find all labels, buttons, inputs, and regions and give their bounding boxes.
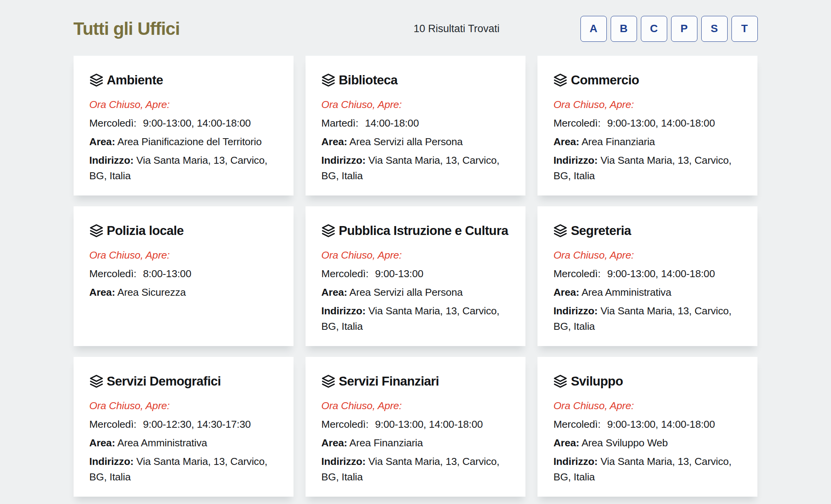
office-hours-row: Mercoledì:9:00-13:00	[321, 266, 510, 281]
office-area: Area Servizi alla Persona	[349, 136, 463, 147]
office-name: Polizia locale	[107, 223, 184, 238]
layers-icon	[89, 73, 103, 87]
office-card[interactable]: Ambiente Ora Chiuso, Apre: Mercoledì:9:0…	[74, 56, 294, 195]
office-status: Ora Chiuso, Apre:	[89, 97, 278, 112]
office-area: Area Servizi alla Persona	[349, 286, 463, 298]
office-day: Mercoledì:	[89, 268, 137, 279]
office-card-header: Polizia locale	[89, 223, 278, 238]
letter-filter-group: ABCPST	[580, 16, 758, 42]
office-hours: 9:00-13:00, 14:00-18:00	[143, 117, 251, 129]
office-card[interactable]: Servizi Finanziari Ora Chiuso, Apre: Mer…	[306, 357, 525, 497]
area-label: Area:	[89, 136, 115, 147]
office-card-header: Servizi Demografici	[89, 374, 278, 389]
office-hours: 14:00-18:00	[365, 117, 419, 129]
office-area-row: Area: Area Sviluppo Web	[553, 435, 742, 451]
office-status: Ora Chiuso, Apre:	[321, 247, 510, 263]
area-label: Area:	[553, 136, 579, 147]
office-address-row: Indirizzo: Via Santa Maria, 13, Carvico,…	[553, 153, 742, 183]
office-status: Ora Chiuso, Apre:	[89, 247, 278, 263]
office-day: Mercoledì:	[89, 418, 137, 430]
letter-filter-button-c[interactable]: C	[641, 16, 667, 42]
office-area-row: Area: Area Servizi alla Persona	[321, 134, 510, 149]
office-day: Mercoledì:	[321, 268, 369, 279]
office-day: Mercoledì:	[553, 268, 601, 279]
office-card[interactable]: Servizi Demografici Ora Chiuso, Apre: Me…	[74, 357, 294, 497]
office-name: Commercio	[571, 73, 639, 87]
office-card-header: Biblioteca	[321, 73, 510, 87]
layers-icon	[321, 374, 335, 388]
office-status: Ora Chiuso, Apre:	[553, 398, 742, 413]
office-hours-row: Mercoledì:9:00-12:30, 14:30-17:30	[89, 417, 278, 432]
office-day: Martedì:	[321, 117, 359, 129]
letter-filter-button-a[interactable]: A	[580, 16, 607, 42]
office-card[interactable]: Segreteria Ora Chiuso, Apre: Mercoledì:9…	[537, 206, 757, 346]
office-card[interactable]: Sviluppo Ora Chiuso, Apre: Mercoledì:9:0…	[537, 357, 757, 497]
office-area: Area Sicurezza	[117, 286, 186, 298]
office-status: Ora Chiuso, Apre:	[553, 247, 742, 263]
office-name: Segreteria	[571, 223, 631, 238]
layers-icon	[321, 224, 335, 238]
layers-icon	[321, 73, 335, 87]
letter-filter-button-s[interactable]: S	[701, 16, 728, 42]
office-area: Area Finanziaria	[582, 136, 655, 147]
layers-icon	[89, 374, 103, 388]
office-name: Ambiente	[107, 73, 163, 87]
address-label: Indirizzo:	[89, 154, 134, 166]
office-hours-row: Mercoledì:9:00-13:00, 14:00-18:00	[321, 417, 510, 432]
letter-filter-button-t[interactable]: T	[731, 16, 758, 42]
office-address-row: Indirizzo: Via Santa Maria, 13, Carvico,…	[321, 454, 510, 485]
office-hours-row: Mercoledì:9:00-13:00, 14:00-18:00	[553, 417, 742, 432]
office-day: Mercoledì:	[553, 418, 601, 430]
letter-filter-button-p[interactable]: P	[671, 16, 697, 42]
office-area: Area Amministrativa	[582, 286, 671, 298]
address-label: Indirizzo:	[553, 154, 597, 166]
office-day: Mercoledì:	[89, 117, 137, 129]
page-header: Tutti gli Uffici 10 Risultati Trovati AB…	[74, 14, 758, 43]
office-name: Servizi Demografici	[107, 374, 221, 389]
office-area: Area Finanziaria	[349, 437, 423, 449]
address-label: Indirizzo:	[553, 305, 597, 317]
office-grid: Ambiente Ora Chiuso, Apre: Mercoledì:9:0…	[74, 56, 758, 497]
office-status: Ora Chiuso, Apre:	[321, 398, 510, 413]
office-hours-row: Martedì:14:00-18:00	[321, 115, 510, 131]
office-area: Area Sviluppo Web	[582, 437, 668, 449]
area-label: Area:	[89, 437, 115, 449]
office-area-row: Area: Area Amministrativa	[553, 285, 742, 300]
office-card[interactable]: Commercio Ora Chiuso, Apre: Mercoledì:9:…	[537, 56, 757, 195]
office-hours: 9:00-13:00	[375, 268, 424, 279]
office-address-row: Indirizzo: Via Santa Maria, 13, Carvico,…	[89, 454, 278, 485]
page-title: Tutti gli Uffici	[74, 18, 180, 39]
layers-icon	[553, 374, 567, 388]
layers-icon	[553, 224, 567, 238]
office-hours: 9:00-13:00, 14:00-18:00	[607, 117, 715, 129]
layers-icon	[89, 224, 103, 238]
area-label: Area:	[321, 286, 347, 298]
office-area-row: Area: Area Finanziaria	[321, 435, 510, 451]
office-status: Ora Chiuso, Apre:	[553, 97, 742, 112]
office-name: Servizi Finanziari	[339, 374, 439, 389]
office-day: Mercoledì:	[553, 117, 601, 129]
office-status: Ora Chiuso, Apre:	[321, 97, 510, 112]
address-label: Indirizzo:	[553, 456, 597, 467]
office-area-row: Area: Area Pianificazione del Territorio	[89, 134, 278, 149]
office-card-header: Commercio	[553, 73, 742, 87]
offices-page: Tutti gli Uffici 10 Risultati Trovati AB…	[74, 0, 758, 497]
office-hours: 9:00-13:00, 14:00-18:00	[607, 418, 715, 430]
office-hours: 9:00-13:00, 14:00-18:00	[375, 418, 483, 430]
office-name: Sviluppo	[571, 374, 623, 389]
office-card-header: Pubblica Istruzione e Cultura	[321, 223, 510, 238]
area-label: Area:	[89, 286, 115, 298]
office-card[interactable]: Biblioteca Ora Chiuso, Apre: Martedì:14:…	[306, 56, 525, 195]
office-area: Area Pianificazione del Territorio	[117, 136, 262, 147]
office-address-row: Indirizzo: Via Santa Maria, 13, Carvico,…	[89, 153, 278, 183]
office-card[interactable]: Pubblica Istruzione e Cultura Ora Chiuso…	[306, 206, 525, 346]
office-name: Pubblica Istruzione e Cultura	[339, 223, 508, 238]
office-card[interactable]: Polizia locale Ora Chiuso, Apre: Mercole…	[74, 206, 294, 346]
area-label: Area:	[553, 437, 579, 449]
area-label: Area:	[321, 136, 347, 147]
address-label: Indirizzo:	[321, 154, 366, 166]
office-card-header: Ambiente	[89, 73, 278, 87]
office-address-row: Indirizzo: Via Santa Maria, 13, Carvico,…	[321, 303, 510, 334]
office-name: Biblioteca	[339, 73, 398, 87]
letter-filter-button-b[interactable]: B	[611, 16, 637, 42]
